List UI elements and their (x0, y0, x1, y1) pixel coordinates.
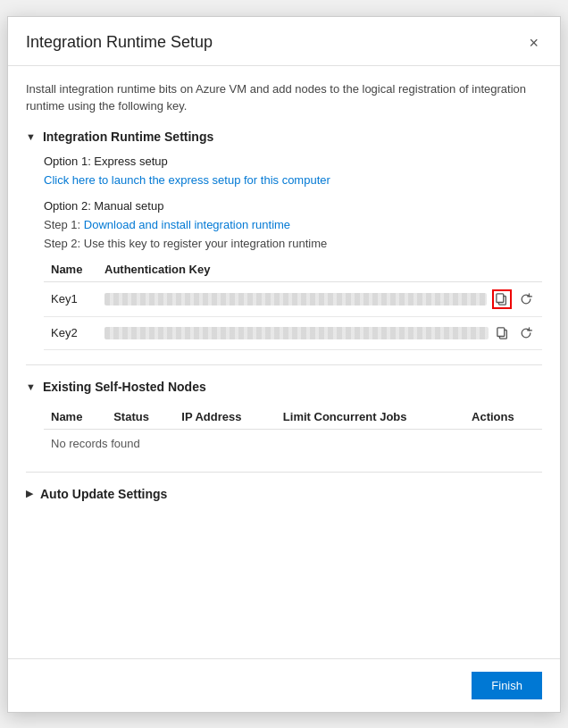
no-records-text: No records found (44, 429, 542, 457)
key1-refresh-button[interactable] (517, 290, 535, 308)
divider1 (26, 364, 542, 365)
nodes-table: Name Status IP Address Limit Concurrent … (44, 405, 542, 457)
key1-obscured-value (104, 293, 487, 305)
step2-text: Step 2: Use this key to register your in… (44, 237, 542, 250)
copy-icon (496, 293, 508, 305)
nodes-col-limit: Limit Concurrent Jobs (276, 405, 464, 430)
no-records-row: No records found (44, 429, 542, 457)
auto-update-section-header[interactable]: ▶ Auto Update Settings (26, 487, 542, 501)
nodes-section-header[interactable]: ▼ Existing Self-Hosted Nodes (26, 380, 542, 394)
nodes-col-ip: IP Address (174, 405, 276, 430)
step1-text: Step 1: Download and install integration… (44, 218, 542, 231)
key1-value-cell (97, 281, 542, 316)
refresh-icon (520, 327, 532, 339)
finish-button[interactable]: Finish (472, 672, 542, 699)
divider2 (26, 472, 542, 473)
refresh-icon (520, 293, 532, 305)
col-header-name: Name (44, 257, 97, 282)
modal-footer: Finish (8, 658, 560, 712)
express-setup-link[interactable]: Click here to launch the express setup f… (44, 173, 330, 187)
svg-rect-3 (497, 327, 505, 336)
auto-update-section: ▶ Auto Update Settings (26, 487, 542, 501)
keys-table: Name Authentication Key Key1 (44, 257, 542, 350)
settings-section-content: Option 1: Express setup Click here to la… (26, 155, 542, 350)
auto-update-chevron: ▶ (26, 488, 33, 499)
key2-copy-button[interactable] (494, 324, 512, 342)
key2-value-bar (104, 324, 535, 342)
nodes-col-actions: Actions (464, 405, 542, 430)
settings-chevron: ▼ (26, 131, 36, 142)
key2-value-cell (97, 316, 542, 349)
nodes-col-status: Status (106, 405, 174, 430)
modal-body: Install integration runtime bits on Azur… (8, 66, 560, 658)
nodes-col-name: Name (44, 405, 106, 430)
key2-obscured-value (104, 327, 489, 339)
col-header-auth-key: Authentication Key (97, 257, 542, 282)
svg-rect-1 (497, 293, 504, 302)
close-button[interactable]: × (525, 33, 542, 53)
auto-update-section-title: Auto Update Settings (40, 487, 167, 501)
copy-icon (497, 327, 509, 339)
nodes-chevron: ▼ (26, 381, 36, 392)
settings-section-header[interactable]: ▼ Integration Runtime Settings (26, 130, 542, 144)
modal-title: Integration Runtime Setup (26, 33, 213, 52)
download-install-link[interactable]: Download and install integration runtime (84, 218, 290, 231)
settings-section-title: Integration Runtime Settings (43, 130, 213, 144)
modal-header: Integration Runtime Setup × (8, 17, 560, 66)
key2-name: Key2 (44, 316, 97, 349)
key1-name: Key1 (44, 281, 97, 316)
nodes-section-title: Existing Self-Hosted Nodes (43, 380, 206, 394)
key1-copy-button[interactable] (492, 289, 512, 309)
key2-refresh-button[interactable] (517, 324, 535, 342)
nodes-section-content: Name Status IP Address Limit Concurrent … (26, 405, 542, 457)
key1-value-bar (104, 289, 535, 309)
integration-runtime-setup-modal: Integration Runtime Setup × Install inte… (7, 16, 561, 713)
intro-text: Install integration runtime bits on Azur… (26, 80, 542, 115)
option1-label: Option 1: Express setup (44, 155, 542, 168)
key2-row: Key2 (44, 316, 542, 349)
key1-row: Key1 (44, 281, 542, 316)
option2-label: Option 2: Manual setup (44, 199, 542, 213)
